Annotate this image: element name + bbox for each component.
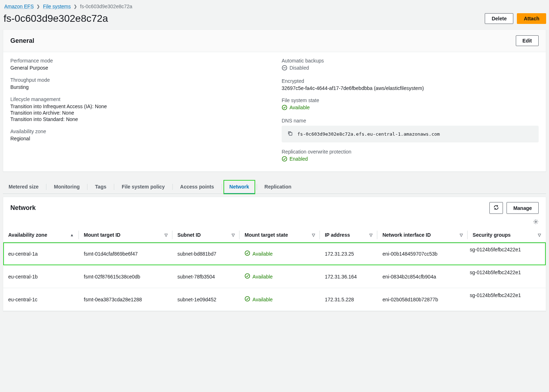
- cell-az: eu-central-1b: [3, 265, 79, 288]
- tab-access-points[interactable]: Access points: [175, 180, 220, 194]
- edit-button[interactable]: Edit: [516, 35, 539, 46]
- cell-ip-address: 172.31.5.228: [320, 288, 378, 311]
- col-label: Mount target ID: [84, 232, 121, 238]
- col-mount-target-state[interactable]: Mount target state▽: [240, 228, 320, 242]
- general-left-column: Performance mode General Purpose Through…: [10, 58, 267, 163]
- col-label: Subnet ID: [177, 232, 201, 238]
- col-label: Network interface ID: [382, 232, 430, 238]
- col-availability-zone[interactable]: Availability zone▲: [3, 228, 79, 242]
- general-right-column: Automatic backups Disabled Encrypted 326…: [282, 58, 539, 163]
- general-header: General Edit: [3, 30, 546, 52]
- table-row[interactable]: eu-central-1cfsmt-0ea3873cda28e1288subne…: [3, 288, 546, 311]
- check-circle-icon: [282, 156, 287, 162]
- breadcrumb-service[interactable]: Amazon EFS: [4, 4, 34, 9]
- gear-icon[interactable]: [533, 219, 539, 226]
- tab-replication[interactable]: Replication: [259, 180, 297, 194]
- general-panel: General Edit Performance mode General Pu…: [3, 29, 546, 172]
- throughput-mode-label: Throughput mode: [10, 77, 267, 83]
- performance-mode-label: Performance mode: [10, 58, 267, 64]
- tab-tags[interactable]: Tags: [89, 180, 112, 194]
- attach-button[interactable]: Attach: [517, 13, 546, 24]
- col-mount-target-id[interactable]: Mount target ID▽: [79, 228, 172, 242]
- cell-mount-target-id: fsmt-01d4cfaf869be6f47: [79, 242, 172, 265]
- tab-monitoring[interactable]: Monitoring: [48, 180, 85, 194]
- status-text: Available: [252, 274, 273, 280]
- cell-security-groups: sg-0124b5fefbc2422e1: [468, 288, 546, 311]
- cell-az: eu-central-1a: [3, 242, 79, 265]
- col-network-interface-id[interactable]: Network interface ID▽: [377, 228, 468, 242]
- dns-value: fs-0c603d9e302e8c72a.efs.eu-central-1.am…: [297, 131, 440, 137]
- security-group-id: sg-0124b5fefbc2422e1: [470, 247, 542, 252]
- col-subnet-id[interactable]: Subnet ID▽: [172, 228, 240, 242]
- throughput-mode-value: Bursting: [10, 84, 267, 90]
- sort-icon: ▽: [165, 233, 167, 237]
- chevron-right-icon: ❯: [36, 4, 40, 9]
- performance-mode-value: General Purpose: [10, 65, 267, 71]
- security-group-id: sg-0124b5fefbc2422e1: [470, 270, 542, 275]
- az-value: Regional: [10, 136, 267, 141]
- status-text: Available: [252, 297, 273, 302]
- lifecycle-ia: Transition into Infrequent Access (IA): …: [10, 104, 267, 109]
- col-security-groups[interactable]: Security groups▽: [468, 228, 546, 242]
- cell-network-interface-id: eni-02b058d180b72877b: [377, 288, 468, 311]
- cell-ip-address: 172.31.36.164: [320, 265, 378, 288]
- cell-az: eu-central-1c: [3, 288, 79, 311]
- tab-network[interactable]: Network: [224, 180, 255, 194]
- col-label: Mount target state: [245, 232, 288, 238]
- dns-label: DNS name: [282, 118, 539, 124]
- cell-mount-target-id: fsmt-0ea3873cda28e1288: [79, 288, 172, 311]
- table-row[interactable]: eu-central-1afsmt-01d4cfaf869be6f47subne…: [3, 242, 546, 265]
- sort-icon: ▽: [538, 233, 541, 237]
- tabs: Metered size Monitoring Tags File system…: [3, 180, 546, 194]
- check-circle-icon: [245, 273, 250, 280]
- cell-network-interface-id: eni-00b148459707cc53b: [377, 242, 468, 265]
- col-ip-address[interactable]: IP address▽: [320, 228, 378, 242]
- sort-icon: ▽: [232, 233, 235, 237]
- state-label: File system state: [282, 97, 539, 103]
- cell-ip-address: 172.31.23.25: [320, 242, 378, 265]
- col-label: Availability zone: [8, 232, 47, 238]
- encrypted-label: Encrypted: [282, 78, 539, 84]
- security-group-id: sg-0124b5fefbc2422e1: [470, 292, 542, 298]
- check-circle-icon: [245, 250, 250, 257]
- delete-button[interactable]: Delete: [485, 13, 513, 24]
- cell-mount-target-id: fsmt-02f876615c38ce0db: [79, 265, 172, 288]
- replication-protect-label: Replication overwrite protection: [282, 149, 539, 155]
- table-row[interactable]: eu-central-1bfsmt-02f876615c38ce0dbsubne…: [3, 265, 546, 288]
- sort-icon: ▽: [369, 233, 372, 237]
- cell-subnet-id: subnet-bd881bd7: [172, 242, 240, 265]
- tab-separator: [257, 184, 257, 190]
- check-circle-icon: [282, 105, 287, 110]
- table-header-row: Availability zone▲ Mount target ID▽ Subn…: [3, 228, 546, 242]
- status-text: Available: [252, 251, 273, 257]
- col-label: IP address: [325, 232, 350, 238]
- backups-label: Automatic backups: [282, 58, 539, 64]
- refresh-button[interactable]: [489, 202, 503, 214]
- backups-text: Disabled: [289, 65, 309, 71]
- sort-icon: ▽: [312, 233, 315, 237]
- state-value: Available: [282, 105, 310, 110]
- network-panel: Network Manage Availability zone▲ Mount …: [3, 197, 546, 311]
- status-badge: Available: [245, 250, 273, 257]
- check-circle-icon: [245, 296, 250, 303]
- cell-mount-target-state: Available: [240, 265, 320, 288]
- breadcrumb-section[interactable]: File systems: [43, 4, 71, 9]
- manage-button[interactable]: Manage: [507, 202, 539, 214]
- tab-separator: [222, 184, 222, 190]
- tab-metered-size[interactable]: Metered size: [3, 180, 44, 194]
- chevron-right-icon: ❯: [74, 4, 77, 9]
- state-text: Available: [289, 105, 310, 110]
- title-row: fs-0c603d9e302e8c72a Delete Attach: [3, 11, 546, 29]
- cell-network-interface-id: eni-0834b2c854cfb904a: [377, 265, 468, 288]
- breadcrumb-current: fs-0c603d9e302e8c72a: [80, 4, 132, 9]
- tab-file-system-policy[interactable]: File system policy: [116, 180, 171, 194]
- col-label: Security groups: [473, 232, 511, 238]
- tab-separator: [172, 184, 173, 190]
- lifecycle-standard: Transition into Standard: None: [10, 116, 267, 122]
- lifecycle-archive: Transition into Archive: None: [10, 110, 267, 116]
- cell-security-groups: sg-0124b5fefbc2422e1: [468, 265, 546, 288]
- encrypted-value: 32697c5e-fa4c-4644-af17-7de6fbebdbba (aw…: [282, 85, 539, 91]
- svg-rect-3: [289, 132, 292, 135]
- copy-icon[interactable]: [287, 131, 293, 137]
- cell-security-groups: sg-0124b5fefbc2422e1: [468, 242, 546, 265]
